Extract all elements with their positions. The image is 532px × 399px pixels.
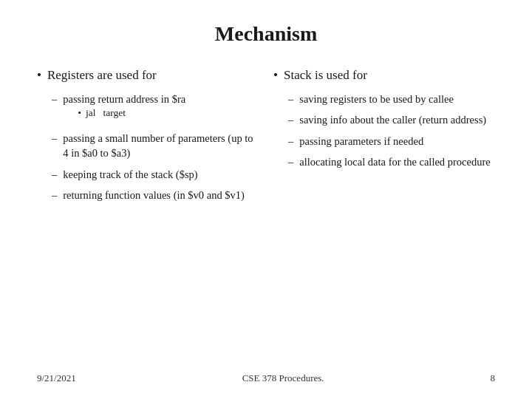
right-bullet: • bbox=[273, 68, 278, 83]
footer: 9/21/2021 CSE 378 Procedures. 8 bbox=[37, 365, 495, 384]
right-sub-list: – saving registers to be used by callee … bbox=[288, 92, 495, 169]
list-item: – returning function values (in $v0 and … bbox=[52, 188, 259, 202]
item-text: allocating local data for the called pro… bbox=[299, 154, 490, 169]
list-item: – passing a small number of parameters (… bbox=[52, 131, 259, 161]
dash-icon: – bbox=[52, 167, 57, 182]
sub-bullet: • bbox=[78, 106, 81, 120]
footer-date: 9/21/2021 bbox=[37, 372, 76, 384]
item-text: passing a small number of parameters (up… bbox=[63, 131, 259, 161]
left-sub-list: – passing return address in $ra • jal ta… bbox=[52, 92, 259, 202]
list-item: – allocating local data for the called p… bbox=[288, 154, 495, 169]
right-header-text: Stack is used for bbox=[284, 68, 367, 83]
dash-icon: – bbox=[288, 134, 293, 149]
list-item: – saving info about the caller (return a… bbox=[288, 112, 495, 127]
list-item: – saving registers to be used by callee bbox=[288, 92, 495, 106]
slide: Mechanism • Registers are used for – pas… bbox=[0, 0, 532, 399]
item-text: keeping track of the stack ($sp) bbox=[63, 167, 197, 182]
list-item: – passing parameters if needed bbox=[288, 134, 495, 149]
dash-icon: – bbox=[52, 131, 57, 146]
item-text: passing parameters if needed bbox=[299, 134, 423, 149]
dash-icon: – bbox=[52, 92, 57, 106]
footer-course: CSE 378 Procedures. bbox=[242, 372, 324, 384]
dash-icon: – bbox=[288, 154, 293, 169]
left-bullet: • bbox=[37, 68, 41, 83]
left-header-text: Registers are used for bbox=[47, 68, 157, 83]
list-item: • jal target bbox=[78, 106, 185, 120]
left-column-header: • Registers are used for bbox=[37, 68, 259, 83]
footer-page: 8 bbox=[491, 372, 496, 384]
dash-icon: – bbox=[288, 112, 293, 127]
list-item: – passing return address in $ra • jal ta… bbox=[52, 92, 259, 125]
left-column: • Registers are used for – passing retur… bbox=[37, 68, 259, 365]
sub-sub-list: • jal target bbox=[78, 106, 185, 120]
list-item: – keeping track of the stack ($sp) bbox=[52, 167, 259, 182]
item-text: saving registers to be used by callee bbox=[299, 92, 454, 106]
item-text: saving info about the caller (return add… bbox=[299, 112, 486, 127]
item-text: passing return address in $ra bbox=[63, 93, 185, 105]
dash-icon: – bbox=[52, 188, 57, 202]
right-column: • Stack is used for – saving registers t… bbox=[273, 68, 495, 365]
slide-title: Mechanism bbox=[37, 22, 495, 46]
item-text: returning function values (in $v0 and $v… bbox=[63, 188, 245, 202]
content-area: • Registers are used for – passing retur… bbox=[37, 68, 495, 365]
sub-item-text: jal target bbox=[86, 106, 126, 120]
right-column-header: • Stack is used for bbox=[273, 68, 495, 83]
dash-icon: – bbox=[288, 92, 293, 106]
